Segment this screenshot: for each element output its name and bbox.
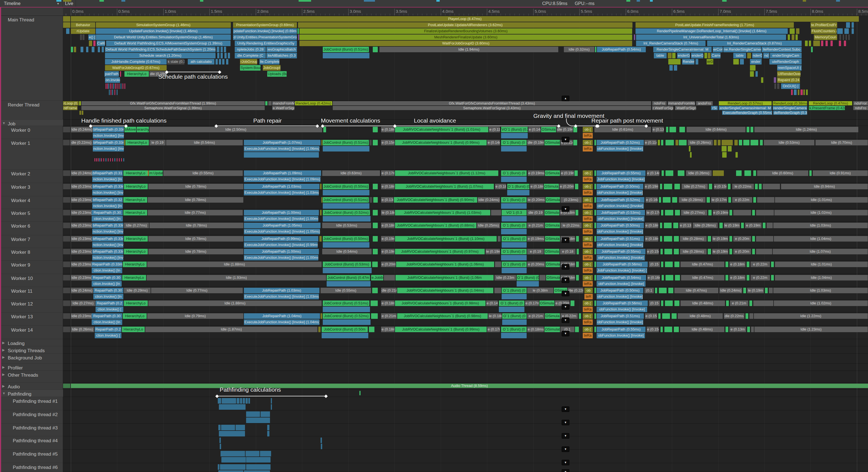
- timeline-sample-obfunction-invoke-invoke[interactable]: obFunction.Invoke() [Invoke]: [597, 229, 643, 234]
- timeline-sample-hierarchylo[interactable]: HierarchyLo: [124, 184, 148, 189]
- timeline-sample-idle-0-63ms[interactable]: Idle (0.63ms): [322, 170, 380, 176]
- timeline-sample-idle-0-28ms[interactable]: Idle (0.28ms): [679, 197, 706, 203]
- timeline-sample[interactable]: [298, 34, 299, 40]
- timeline-sample[interactable]: [659, 288, 666, 293]
- timeline-sample-e-0-18m[interactable]: e (0.18m: [381, 184, 395, 189]
- timeline-sample[interactable]: [373, 140, 378, 145]
- flow-event-marker-down[interactable]: ▼: [562, 446, 569, 452]
- timeline-sample[interactable]: [63, 313, 70, 319]
- timeline-sample-e-0-13m[interactable]: e (0.13m: [730, 327, 746, 332]
- flow-event-marker-down[interactable]: ▼: [562, 433, 569, 439]
- timeline-sample[interactable]: [82, 111, 83, 115]
- timeline-sample[interactable]: [757, 197, 774, 203]
- timeline-sample[interactable]: [260, 411, 270, 417]
- timeline-sample[interactable]: [843, 34, 844, 40]
- timeline-sample-idle-0-23ms[interactable]: Idle (0.23ms): [71, 249, 92, 254]
- timeline-sample[interactable]: [736, 152, 738, 157]
- timeline-sample[interactable]: [594, 262, 596, 267]
- flow-event-marker-down[interactable]: ▼: [562, 277, 569, 283]
- timeline-sample[interactable]: [63, 127, 70, 132]
- flow-event-marker-down[interactable]: ▼: [562, 264, 569, 270]
- timeline-sample[interactable]: [218, 398, 221, 404]
- timeline-sample[interactable]: [112, 158, 113, 161]
- foldout-closed-icon[interactable]: ▶: [2, 348, 5, 352]
- timeline-sample-e-0-17m[interactable]: e (0.17m: [381, 170, 395, 176]
- timeline-sample-e-0-11m[interactable]: e (0.11m: [489, 127, 500, 132]
- timeline-sample[interactable]: [745, 313, 748, 319]
- timeline-sample[interactable]: [117, 89, 118, 95]
- timeline-sample[interactable]: [749, 313, 753, 319]
- timeline-sample-e-0-11m[interactable]: e (0.11m: [644, 140, 657, 145]
- timeline-sample-k-presentframe-0-42m[interactable]: k.PresentFrame (0.42m: [809, 106, 845, 110]
- timeline-sample[interactable]: [373, 236, 378, 241]
- timeline-sample[interactable]: [752, 236, 755, 241]
- timeline-sample[interactable]: [714, 140, 717, 145]
- timeline-sample-dle-0-22m[interactable]: dle (0.22m: [568, 288, 583, 293]
- timeline-sample[interactable]: [803, 89, 805, 95]
- timeline-sample-nction-invoke-inv[interactable]: nction.Invoke() [Inv: [92, 255, 123, 261]
- timeline-sample-e-0-20ms[interactable]: e (0.20ms: [527, 262, 545, 267]
- timeline-sample-brepairpath-0-33m[interactable]: bRepairPath (0.33m: [93, 140, 124, 145]
- timeline-sample-o-1-burst-0[interactable]: O`1 (Burst) (0: [501, 249, 527, 254]
- timeline-sample-idle-0-54ms[interactable]: Idle (0.54ms): [322, 249, 372, 254]
- timeline-sample[interactable]: [722, 140, 733, 145]
- timeline-sample[interactable]: [246, 417, 270, 423]
- timeline-sample[interactable]: [320, 184, 322, 189]
- timeline-sample[interactable]: [811, 47, 813, 52]
- timeline-sample[interactable]: [246, 464, 270, 470]
- timeline-sample-idle-0-77ms[interactable]: Idle (0.77ms): [151, 288, 243, 293]
- timeline-sample-le-0-18m[interactable]: le (0.18m: [488, 313, 502, 319]
- timeline-sample-osimula[interactable]: OSimula: [544, 184, 559, 189]
- timeline-sample[interactable]: [826, 40, 828, 46]
- timeline-sample[interactable]: [63, 236, 70, 241]
- timeline-sample-iteallbatches-0-3[interactable]: iteAllBatches (0.3: [267, 53, 297, 58]
- timeline-sample-executejobfunction-invoke-invoke-1-05ms[interactable]: ExecuteJobFunction.Invoke() [Invoke] (1.…: [244, 229, 320, 234]
- timeline-sample-dle-0-19ms[interactable]: dle (0.19ms: [557, 127, 573, 132]
- timeline-sample-hierarchylo[interactable]: HierarchyLo: [124, 249, 148, 254]
- timeline-sample[interactable]: [269, 417, 270, 423]
- timeline-sample[interactable]: [243, 398, 245, 404]
- timeline-sample[interactable]: [372, 262, 378, 267]
- timeline-sample[interactable]: [806, 89, 808, 95]
- timeline-sample[interactable]: [501, 229, 527, 234]
- sidebar-item-render-thread[interactable]: Render Thread: [0, 100, 63, 120]
- timeline-sample[interactable]: [664, 223, 672, 228]
- timeline-sample[interactable]: [221, 47, 223, 52]
- timeline-sample[interactable]: [791, 89, 793, 95]
- timeline-sample-brepairpath-0-33m[interactable]: bRepairPath (0.33m: [92, 184, 123, 189]
- timeline-sample[interactable]: [218, 470, 243, 472]
- timeline-sample[interactable]: [751, 327, 754, 332]
- timeline-sample[interactable]: [750, 127, 753, 132]
- timeline-sample-e-0-14m[interactable]: e (0.14m: [487, 140, 500, 145]
- timeline-sample-le-0-22ms[interactable]: le (0.22ms: [560, 223, 582, 228]
- timeline-sample-obfunction-invoke-invoke[interactable]: obFunction.Invoke() [Invoke]: [597, 216, 644, 222]
- sidebar-item-pathfinding-thread-5[interactable]: Pathfinding thread #5: [0, 450, 63, 463]
- timeline-sample-le-0-38m[interactable]: le (0.38m: [527, 288, 553, 293]
- timeline-sample-repairpath-0-2[interactable]: RepairPath (0.2: [95, 327, 121, 332]
- timeline-sample-osimula[interactable]: OSimula: [546, 197, 560, 203]
- timeline-sample-te-profilerendfr[interactable]: te.ProfilerEndFr: [810, 22, 837, 28]
- timeline-sample-erarchyl[interactable]: erarchyl: [137, 127, 149, 132]
- timeline-sample-jobfunction-invoke-invoke[interactable]: JobFunction.Invoke() [Invoke] (: [597, 268, 647, 273]
- timeline-sample[interactable]: [319, 236, 322, 241]
- timeline-sample[interactable]: [743, 140, 749, 145]
- timeline-sample-idle-0-27ms[interactable]: Idle (0.27ms): [124, 223, 149, 228]
- timeline-sample-rendersinglecamerainternal-m[interactable]: RenderSingleCameraInternal: M: [653, 47, 712, 52]
- timeline-sample-e-0-21m[interactable]: e (0.21m: [381, 313, 397, 319]
- timeline-sample-ob[interactable]: ob (: [583, 210, 593, 215]
- timeline-sample-jobcontrol-burst-0-52ms[interactable]: JobControl (Burst) (0.52ms): [323, 313, 370, 319]
- timeline-sample-semaphore-waitforsignal-1-99ms[interactable]: Semaphore.WaitForSignal (1.99ms): [82, 106, 265, 110]
- timeline-sample-andsfro[interactable]: andsFro: [696, 101, 713, 105]
- timeline-sample-idle-0-24ms[interactable]: Idle (0.24ms): [71, 288, 93, 293]
- timeline-sample-e-0-18[interactable]: e (0.18: [560, 249, 576, 254]
- timeline-sample[interactable]: [771, 275, 774, 281]
- timeline-sample[interactable]: [676, 140, 678, 145]
- timeline-sample-waitforsignal[interactable]: .WaitForSignal: [675, 106, 696, 110]
- timeline-sample[interactable]: [755, 71, 758, 77]
- timeline-sample-idle-0-23ms[interactable]: Idle (0.23ms): [71, 210, 92, 215]
- timeline-sample-idle-1-94ms[interactable]: Idle (1.94ms): [379, 47, 558, 52]
- timeline-sample-hierarchylo[interactable]: HierarchyLo: [123, 313, 147, 319]
- timeline-sample[interactable]: [105, 158, 106, 161]
- timeline-sample[interactable]: [373, 223, 378, 228]
- timeline-sample-renderloop-0-47ms[interactable]: RenderLoop (0.47ms): [809, 101, 852, 105]
